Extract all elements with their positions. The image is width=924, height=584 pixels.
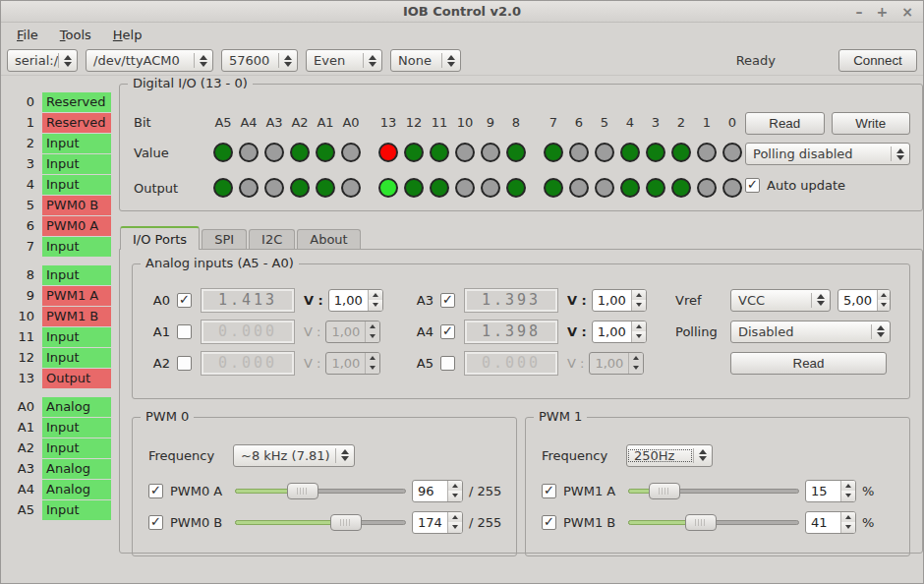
- pwm-section: PWM 0 Frequency ~8 kHz (7.81) PWM0 A96/ …: [132, 417, 910, 556]
- spin-up-button[interactable]: [629, 353, 643, 364]
- vref-combo[interactable]: VCC: [730, 289, 831, 312]
- voltage-spinbox[interactable]: 1,00: [325, 352, 380, 375]
- pin-row: 2Input: [9, 133, 119, 153]
- spin-up-button[interactable]: [632, 290, 646, 301]
- voltage-spinbox[interactable]: 1,00: [589, 352, 644, 375]
- pwm0-frequency-label: Frequency: [148, 448, 233, 463]
- analog-column-left: A01.413V :1,00A10.000V :1,00A20.000V :1,…: [148, 288, 383, 398]
- close-icon[interactable]: ×: [901, 5, 913, 19]
- spin-down-button[interactable]: [841, 491, 855, 501]
- led-cell: [720, 178, 745, 198]
- channel-enable-checkbox[interactable]: [177, 356, 192, 371]
- analog-polling-row: Polling Disabled: [675, 320, 894, 343]
- tab-i2c[interactable]: I2C: [249, 229, 295, 249]
- flow-control-combo[interactable]: None: [390, 49, 461, 72]
- vref-voltage-spinbox[interactable]: 5,00: [837, 289, 891, 312]
- spin-up-button[interactable]: [448, 512, 462, 523]
- baud-rate-combo[interactable]: 57600: [221, 49, 298, 72]
- pin-group: 0Reserved1Reserved2Input3Input4Input5PWM…: [9, 91, 119, 257]
- spin-down-button[interactable]: [632, 331, 646, 342]
- spin-down-button[interactable]: [632, 300, 646, 311]
- led-indicator-gray: [264, 143, 284, 162]
- pwm-duty-slider[interactable]: [628, 514, 799, 531]
- pwm-duty-slider[interactable]: [628, 483, 799, 499]
- voltage-spinbox[interactable]: 1,00: [325, 321, 380, 343]
- tab-about[interactable]: About: [297, 229, 360, 249]
- write-button[interactable]: Write: [832, 112, 911, 135]
- pwm1-frequency-combo[interactable]: 250Hz: [626, 444, 713, 467]
- led-cell: [694, 178, 720, 198]
- spin-up-button[interactable]: [366, 321, 379, 332]
- voltage-spinbox[interactable]: 1,00: [328, 289, 383, 312]
- channel-enable-checkbox[interactable]: [177, 324, 192, 339]
- slider-handle[interactable]: [330, 514, 362, 531]
- connect-button[interactable]: Connect: [838, 49, 917, 72]
- voltage-label: V :: [567, 356, 584, 371]
- read-button[interactable]: Read: [745, 112, 825, 135]
- analog-polling-combo[interactable]: Disabled: [730, 321, 891, 343]
- auto-update-checkbox[interactable]: [745, 178, 760, 193]
- pwm-duty-slider[interactable]: [235, 483, 406, 499]
- menu-help[interactable]: Help: [103, 26, 152, 44]
- pwm-value-spinbox[interactable]: 15: [805, 480, 856, 502]
- minimize-icon[interactable]: –: [856, 5, 863, 19]
- parity-combo[interactable]: Even: [306, 49, 382, 72]
- pwm-enable-checkbox[interactable]: [542, 484, 556, 498]
- spin-up-button[interactable]: [632, 321, 646, 332]
- spin-up-button[interactable]: [878, 290, 890, 301]
- pwm0-frequency-combo[interactable]: ~8 kHz (7.81): [233, 444, 355, 467]
- pwm-enable-checkbox[interactable]: [148, 484, 163, 498]
- spin-down-button[interactable]: [841, 522, 855, 533]
- pwm-duty-slider[interactable]: [235, 514, 406, 531]
- tab-spi[interactable]: SPI: [202, 229, 247, 249]
- digital-polling-value: Polling disabled: [746, 146, 891, 161]
- spin-down-button[interactable]: [369, 300, 382, 311]
- pin-function-label: Reserved: [42, 113, 111, 133]
- channel-enable-checkbox[interactable]: [440, 324, 455, 339]
- menu-file[interactable]: File: [7, 26, 48, 44]
- channel-enable-checkbox[interactable]: [440, 293, 455, 308]
- slider-handle[interactable]: [685, 514, 717, 531]
- spin-down-button[interactable]: [366, 363, 379, 374]
- digital-polling-combo[interactable]: Polling disabled: [745, 143, 910, 165]
- auto-update-row: Auto update: [745, 175, 910, 195]
- spin-up-button[interactable]: [448, 481, 462, 492]
- spin-up-button[interactable]: [369, 290, 382, 301]
- channel-name-label: A4: [412, 324, 433, 339]
- voltage-spinbox[interactable]: 1,00: [592, 321, 647, 343]
- pwm-value-spinbox[interactable]: 96: [412, 480, 463, 502]
- spin-down-button[interactable]: [878, 300, 890, 311]
- maximize-icon[interactable]: +: [877, 5, 889, 19]
- spin-up-button[interactable]: [841, 512, 855, 523]
- serial-port-combo[interactable]: /dev/ttyACM0: [86, 49, 213, 72]
- tab-i-o-ports[interactable]: I/O Ports: [120, 226, 200, 250]
- spin-up-button[interactable]: [366, 353, 379, 364]
- spin-down-button[interactable]: [629, 363, 643, 374]
- spin-down-button[interactable]: [448, 491, 462, 501]
- spin-up-button[interactable]: [841, 481, 855, 492]
- slider-handle[interactable]: [287, 483, 318, 499]
- lcd-display: 0.000: [201, 320, 295, 344]
- channel-enable-checkbox[interactable]: [177, 293, 192, 308]
- channel-enable-checkbox[interactable]: [440, 356, 455, 371]
- menu-tools[interactable]: Tools: [50, 26, 101, 44]
- pwm-enable-checkbox[interactable]: [542, 515, 556, 530]
- pwm-enable-checkbox[interactable]: [148, 515, 163, 530]
- led-indicator-green: [290, 143, 310, 162]
- vref-voltage-value: 5,00: [838, 290, 877, 311]
- led-cell: [313, 178, 338, 198]
- serial-protocol-combo[interactable]: serial://: [7, 49, 78, 72]
- spinner-arrows-icon: [365, 353, 379, 374]
- spin-down-button[interactable]: [448, 522, 462, 533]
- voltage-spinbox[interactable]: 1,00: [592, 289, 647, 312]
- analog-read-button[interactable]: Read: [730, 352, 887, 375]
- voltage-spinbox-value: 1,00: [326, 353, 365, 374]
- led-cell: [375, 178, 401, 198]
- pwm1-frequency-value: 250Hz: [627, 448, 693, 463]
- pwm-value-spinbox[interactable]: 41: [805, 511, 856, 534]
- pwm-value-spinbox[interactable]: 174: [412, 511, 463, 534]
- vref-label: Vref: [675, 293, 730, 308]
- slider-handle[interactable]: [649, 483, 680, 499]
- spin-down-button[interactable]: [366, 331, 379, 342]
- voltage-label: V :: [567, 324, 587, 339]
